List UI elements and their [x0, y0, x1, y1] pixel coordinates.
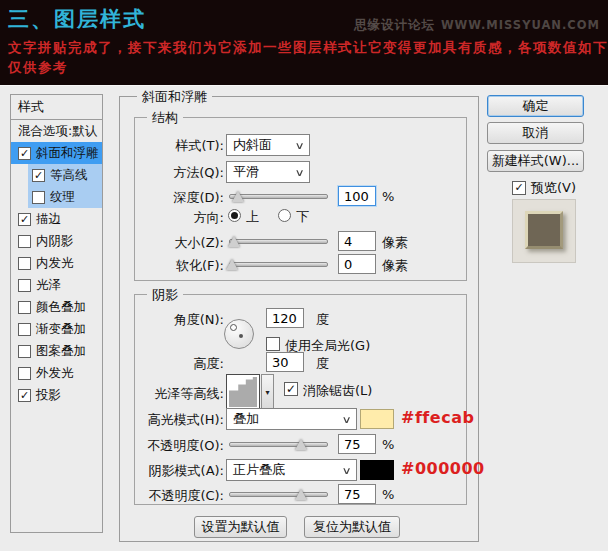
contour-checkbox[interactable]: ✓ — [32, 169, 45, 182]
method-label: 方法(Q): — [120, 164, 224, 182]
style-dropdown[interactable]: 内斜面 ∨ — [226, 134, 310, 156]
sidebar-item-stroke[interactable]: ✓ 描边 — [11, 208, 102, 230]
direction-up-label: 上 — [246, 208, 259, 226]
sidebar-item-color-overlay[interactable]: 颜色叠加 — [11, 296, 102, 318]
altitude-input[interactable] — [266, 352, 304, 372]
direction-down-radio[interactable] — [278, 209, 291, 222]
shadow-opacity-slider[interactable] — [229, 492, 328, 497]
direction-label: 方向: — [120, 209, 224, 227]
size-slider-thumb[interactable] — [228, 236, 240, 247]
satin-checkbox[interactable] — [18, 279, 31, 292]
bevel-emboss-checkbox[interactable]: ✓ — [18, 147, 31, 160]
sidebar-item-label: 光泽 — [36, 277, 61, 294]
sidebar-item-drop-shadow[interactable]: ✓ 投影 — [11, 384, 102, 406]
angle-unit: 度 — [316, 311, 329, 329]
gloss-contour-thumbnail[interactable] — [226, 374, 260, 410]
antialias-label: 消除锯齿(L) — [303, 382, 372, 400]
preview-label: 预览(V) — [531, 179, 576, 197]
preview-toggle[interactable]: ✓ 预览(V) — [512, 179, 576, 197]
method-dropdown-value: 平滑 — [233, 163, 259, 181]
chevron-down-icon: ∨ — [294, 140, 304, 151]
stroke-checkbox[interactable]: ✓ — [18, 213, 31, 226]
sidebar-item-satin[interactable]: 光泽 — [11, 274, 102, 296]
antialias-checkbox[interactable]: ✓ — [284, 382, 298, 396]
texture-checkbox[interactable] — [32, 191, 45, 204]
sidebar-item-label: 混合选项:默认 — [18, 123, 97, 140]
method-dropdown[interactable]: 平滑 ∨ — [226, 161, 310, 183]
shadow-hex-annotation: #000000 — [401, 459, 485, 478]
chevron-down-icon: ∨ — [341, 414, 351, 425]
depth-input[interactable] — [338, 186, 376, 206]
soften-slider-thumb[interactable] — [226, 259, 238, 270]
chevron-down-icon: ∨ — [294, 167, 304, 178]
sidebar-item-label: 图案叠加 — [36, 343, 86, 360]
highlight-mode-dropdown[interactable]: 叠加 ∨ — [226, 408, 357, 430]
size-unit: 像素 — [382, 234, 408, 252]
outer-glow-checkbox[interactable] — [18, 367, 31, 380]
highlight-opacity-unit: % — [382, 437, 394, 452]
color-overlay-checkbox[interactable] — [18, 301, 31, 314]
shadow-opacity-input[interactable] — [338, 484, 376, 504]
bevel-emboss-panel: 斜面和浮雕 结构 样式(T): 内斜面 ∨ 方法(Q): 平滑 ∨ 深度(D):… — [119, 96, 479, 542]
shadow-color-swatch[interactable] — [360, 460, 394, 480]
set-default-button[interactable]: 设置为默认值 — [194, 516, 287, 538]
sidebar-item-label: 投影 — [36, 387, 61, 404]
shadow-opacity-thumb[interactable] — [295, 489, 307, 500]
styles-panel-title: 样式 — [11, 95, 102, 120]
sidebar-item-outer-glow[interactable]: 外发光 — [11, 362, 102, 384]
highlight-opacity-thumb[interactable] — [295, 439, 307, 450]
sidebar-item-label: 渐变叠加 — [36, 321, 86, 338]
size-label: 大小(Z): — [120, 234, 224, 252]
sidebar-item-blending-options[interactable]: 混合选项:默认 — [11, 120, 102, 142]
preview-checkbox[interactable]: ✓ — [512, 181, 526, 195]
structure-legend: 结构 — [147, 109, 183, 127]
sidebar-item-texture[interactable]: 纹理 — [28, 186, 102, 208]
sidebar-item-inner-glow[interactable]: 内发光 — [11, 252, 102, 274]
angle-input[interactable] — [266, 308, 304, 328]
shadow-mode-dropdown[interactable]: 正片叠底 ∨ — [226, 459, 357, 481]
direction-up-radio[interactable] — [228, 209, 241, 222]
soften-slider[interactable] — [229, 262, 328, 267]
angle-dial-marker[interactable] — [230, 324, 237, 331]
size-slider[interactable] — [229, 239, 328, 244]
gloss-contour-label: 光泽等高线: — [120, 385, 224, 403]
global-light-checkbox[interactable] — [266, 337, 280, 351]
angle-label: 角度(N): — [120, 311, 224, 329]
watermark-site-name: 思缘设计论坛 — [354, 17, 435, 32]
sidebar-item-pattern-overlay[interactable]: 图案叠加 — [11, 340, 102, 362]
inner-shadow-checkbox[interactable] — [18, 235, 31, 248]
depth-slider-thumb[interactable] — [232, 191, 244, 202]
highlight-color-swatch[interactable] — [360, 409, 394, 429]
ok-button[interactable]: 确定 — [487, 95, 584, 117]
pattern-overlay-checkbox[interactable] — [18, 345, 31, 358]
reset-default-button[interactable]: 复位为默认值 — [304, 516, 400, 538]
soften-input[interactable] — [338, 254, 376, 274]
sidebar-item-gradient-overlay[interactable]: 渐变叠加 — [11, 318, 102, 340]
gradient-overlay-checkbox[interactable] — [18, 323, 31, 336]
drop-shadow-checkbox[interactable]: ✓ — [18, 389, 31, 402]
sidebar-item-contour[interactable]: ✓ 等高线 — [28, 164, 102, 186]
styles-panel: 样式 混合选项:默认 ✓ 斜面和浮雕 ✓ 等高线 纹理 ✓ 描边 内阴影 内发光 — [10, 94, 103, 533]
direction-down-label: 下 — [296, 208, 309, 226]
shadow-opacity-unit: % — [382, 487, 394, 502]
angle-dial[interactable] — [224, 319, 254, 349]
watermark-url: WWW.MISSYUAN.COM — [441, 18, 600, 32]
size-input[interactable] — [338, 231, 376, 251]
highlight-opacity-slider[interactable] — [229, 442, 328, 447]
highlight-mode-value: 叠加 — [233, 410, 259, 428]
sidebar-item-bevel-emboss[interactable]: ✓ 斜面和浮雕 — [11, 142, 102, 164]
cancel-button[interactable]: 取消 — [487, 122, 584, 144]
layer-style-screenshot: 三、图层样式 文字拼贴完成了，接下来我们为它添加一些图层样式让它变得更加具有质感… — [0, 0, 608, 551]
style-dropdown-value: 内斜面 — [233, 136, 272, 154]
style-label: 样式(T): — [120, 137, 224, 155]
highlight-opacity-input[interactable] — [338, 434, 376, 454]
inner-glow-checkbox[interactable] — [18, 257, 31, 270]
depth-slider[interactable] — [229, 194, 328, 199]
depth-label: 深度(D): — [120, 189, 224, 207]
new-style-button[interactable]: 新建样式(W)... — [487, 150, 584, 172]
shadow-mode-label: 阴影模式(A): — [120, 462, 224, 480]
sidebar-item-inner-shadow[interactable]: 内阴影 — [11, 230, 102, 252]
altitude-label: 高度: — [120, 355, 224, 373]
gloss-contour-dropdown-arrow[interactable]: ▾ — [261, 374, 274, 410]
altitude-unit: 度 — [316, 355, 329, 373]
